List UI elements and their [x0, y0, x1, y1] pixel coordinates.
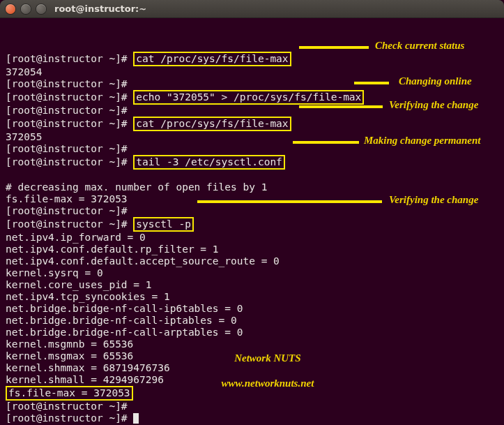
watermark-line2: www.networknuts.net [222, 378, 314, 389]
cmd-tail-sysctl: tail -3 /etc/sysctl.conf [133, 155, 285, 170]
annotation: Changing online [399, 75, 472, 87]
annotation: Making change permanent [364, 135, 481, 147]
terminal-body[interactable]: [root@instructor ~]# cat /proc/sys/fs/fi… [0, 18, 504, 425]
sysctl-line: net.bridge.bridge-nf-call-iptables = 0 [6, 315, 237, 326]
prompt: [root@instructor ~]# [6, 218, 133, 230]
connector-line [299, 46, 369, 49]
cursor-icon [133, 413, 139, 424]
sysctl-line: net.ipv4.ip_forward = 0 [6, 232, 146, 243]
annotation: Verifying the change [389, 99, 478, 111]
close-icon[interactable] [6, 4, 15, 14]
prompt: [root@instructor ~]# [6, 412, 133, 424]
titlebar: root@instructor:~ [0, 0, 504, 18]
cmd-echo-filemax: echo "372055" > /proc/sys/fs/file-max [133, 90, 364, 105]
prompt: [root@instructor ~]# [6, 205, 133, 216]
prompt: [root@instructor ~]# [6, 53, 133, 64]
sysctl-line: net.ipv4.tcp_syncookies = 1 [6, 291, 170, 302]
cmd-sysctl-p: sysctl -p [133, 217, 194, 232]
prompt: [root@instructor ~]# [6, 105, 133, 116]
cmd-cat-filemax-1: cat /proc/sys/fs/file-max [133, 52, 291, 66]
prompt: [root@instructor ~]# [6, 118, 133, 129]
connector-line [354, 82, 389, 84]
annotation: Verifying the change [389, 194, 478, 206]
sysctl-line: kernel.msgmnb = 65536 [6, 338, 133, 350]
annotation: Check current status [375, 40, 464, 52]
sysctl-line: kernel.core_uses_pid = 1 [6, 279, 152, 290]
sysctl-line: kernel.shmmax = 68719476736 [6, 362, 170, 373]
connector-line [299, 105, 383, 108]
cmd-cat-filemax-2: cat /proc/sys/fs/file-max [133, 117, 291, 131]
terminal-window: root@instructor:~ [root@instructor ~]# c… [0, 0, 504, 425]
output-tail-comment: # decreasing max. number of open files b… [6, 181, 267, 193]
connector-line [197, 200, 382, 203]
sysctl-line: net.ipv4.conf.default.accept_source_rout… [6, 255, 280, 267]
watermark-line1: Network NUTS [234, 352, 300, 364]
prompt: [root@instructor ~]# [6, 143, 133, 154]
output-value-1: 372054 [6, 66, 42, 77]
window-title: root@instructor:~ [54, 3, 146, 14]
prompt: [root@instructor ~]# [6, 156, 133, 167]
blank-line [6, 40, 12, 51]
sysctl-line: kernel.sysrq = 0 [6, 267, 103, 278]
sysctl-line: net.bridge.bridge-nf-call-arptables = 0 [6, 327, 243, 338]
output-tail-line: fs.file-max = 372053 [6, 193, 128, 204]
blank-line [6, 170, 12, 181]
sysctl-line: net.ipv4.conf.default.rp_filter = 1 [6, 244, 219, 255]
sysctl-line: kernel.shmall = 4294967296 [6, 374, 164, 385]
sysctl-line: net.bridge.bridge-nf-call-ip6tables = 0 [6, 303, 243, 314]
prompt: [root@instructor ~]# [6, 401, 133, 412]
minimize-icon[interactable] [21, 4, 31, 14]
connector-line [293, 141, 359, 144]
prompt: [root@instructor ~]# [6, 91, 133, 103]
output-final-highlight: fs.file-max = 372053 [6, 386, 133, 401]
sysctl-line: kernel.msgmax = 65536 [6, 350, 133, 361]
watermark: Network NUTS www.networknuts.net [206, 339, 314, 402]
output-value-2: 372055 [6, 131, 42, 142]
prompt: [root@instructor ~]# [6, 78, 133, 89]
maximize-icon[interactable] [36, 4, 46, 14]
